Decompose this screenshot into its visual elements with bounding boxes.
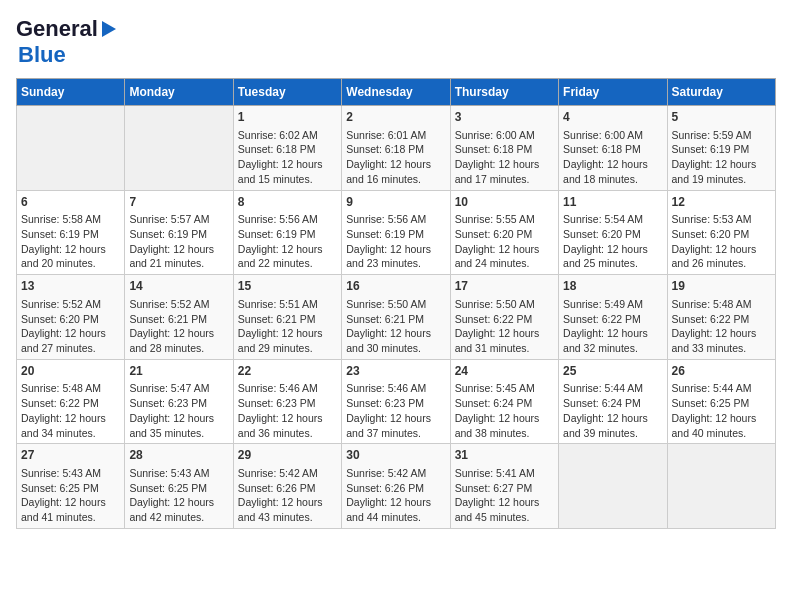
day-cell [17, 106, 125, 191]
day-cell [125, 106, 233, 191]
logo-arrow-icon [98, 19, 118, 39]
day-number: 8 [238, 194, 337, 211]
day-cell [667, 444, 775, 529]
sunrise-text: Sunrise: 5:52 AM [129, 298, 209, 310]
sunset-text: Sunset: 6:22 PM [563, 313, 641, 325]
daylight-text: Daylight: 12 hours and 23 minutes. [346, 243, 431, 270]
day-cell: 30Sunrise: 5:42 AMSunset: 6:26 PMDayligh… [342, 444, 450, 529]
sunset-text: Sunset: 6:24 PM [455, 397, 533, 409]
day-number: 10 [455, 194, 554, 211]
day-number: 4 [563, 109, 662, 126]
day-cell: 15Sunrise: 5:51 AMSunset: 6:21 PMDayligh… [233, 275, 341, 360]
sunrise-text: Sunrise: 5:43 AM [129, 467, 209, 479]
day-cell: 21Sunrise: 5:47 AMSunset: 6:23 PMDayligh… [125, 359, 233, 444]
sunset-text: Sunset: 6:21 PM [129, 313, 207, 325]
sunrise-text: Sunrise: 5:50 AM [455, 298, 535, 310]
daylight-text: Daylight: 12 hours and 31 minutes. [455, 327, 540, 354]
sunrise-text: Sunrise: 5:58 AM [21, 213, 101, 225]
sunset-text: Sunset: 6:26 PM [238, 482, 316, 494]
sunrise-text: Sunrise: 5:52 AM [21, 298, 101, 310]
day-number: 20 [21, 363, 120, 380]
sunrise-text: Sunrise: 5:48 AM [672, 298, 752, 310]
day-cell: 8Sunrise: 5:56 AMSunset: 6:19 PMDaylight… [233, 190, 341, 275]
sunset-text: Sunset: 6:18 PM [455, 143, 533, 155]
day-number: 28 [129, 447, 228, 464]
day-number: 30 [346, 447, 445, 464]
sunset-text: Sunset: 6:20 PM [672, 228, 750, 240]
day-number: 5 [672, 109, 771, 126]
logo-text-general: General [16, 16, 98, 42]
daylight-text: Daylight: 12 hours and 17 minutes. [455, 158, 540, 185]
sunset-text: Sunset: 6:23 PM [238, 397, 316, 409]
daylight-text: Daylight: 12 hours and 20 minutes. [21, 243, 106, 270]
sunset-text: Sunset: 6:23 PM [346, 397, 424, 409]
day-number: 31 [455, 447, 554, 464]
daylight-text: Daylight: 12 hours and 26 minutes. [672, 243, 757, 270]
day-number: 24 [455, 363, 554, 380]
calendar-header: SundayMondayTuesdayWednesdayThursdayFrid… [17, 79, 776, 106]
svg-marker-0 [102, 21, 116, 37]
week-row-3: 13Sunrise: 5:52 AMSunset: 6:20 PMDayligh… [17, 275, 776, 360]
header-cell-monday: Monday [125, 79, 233, 106]
header-row: SundayMondayTuesdayWednesdayThursdayFrid… [17, 79, 776, 106]
daylight-text: Daylight: 12 hours and 34 minutes. [21, 412, 106, 439]
sunset-text: Sunset: 6:18 PM [346, 143, 424, 155]
week-row-2: 6Sunrise: 5:58 AMSunset: 6:19 PMDaylight… [17, 190, 776, 275]
header-cell-thursday: Thursday [450, 79, 558, 106]
day-cell: 23Sunrise: 5:46 AMSunset: 6:23 PMDayligh… [342, 359, 450, 444]
day-number: 21 [129, 363, 228, 380]
sunset-text: Sunset: 6:19 PM [129, 228, 207, 240]
sunset-text: Sunset: 6:18 PM [238, 143, 316, 155]
sunrise-text: Sunrise: 6:00 AM [455, 129, 535, 141]
sunrise-text: Sunrise: 5:55 AM [455, 213, 535, 225]
sunrise-text: Sunrise: 5:44 AM [563, 382, 643, 394]
sunset-text: Sunset: 6:20 PM [455, 228, 533, 240]
daylight-text: Daylight: 12 hours and 21 minutes. [129, 243, 214, 270]
sunrise-text: Sunrise: 5:50 AM [346, 298, 426, 310]
day-cell: 27Sunrise: 5:43 AMSunset: 6:25 PMDayligh… [17, 444, 125, 529]
daylight-text: Daylight: 12 hours and 24 minutes. [455, 243, 540, 270]
day-cell: 16Sunrise: 5:50 AMSunset: 6:21 PMDayligh… [342, 275, 450, 360]
sunset-text: Sunset: 6:19 PM [346, 228, 424, 240]
sunrise-text: Sunrise: 5:45 AM [455, 382, 535, 394]
sunset-text: Sunset: 6:20 PM [563, 228, 641, 240]
logo: General Blue [16, 16, 118, 68]
daylight-text: Daylight: 12 hours and 45 minutes. [455, 496, 540, 523]
daylight-text: Daylight: 12 hours and 36 minutes. [238, 412, 323, 439]
header-cell-friday: Friday [559, 79, 667, 106]
sunrise-text: Sunrise: 6:02 AM [238, 129, 318, 141]
sunset-text: Sunset: 6:19 PM [238, 228, 316, 240]
sunrise-text: Sunrise: 5:41 AM [455, 467, 535, 479]
day-number: 11 [563, 194, 662, 211]
day-cell: 5Sunrise: 5:59 AMSunset: 6:19 PMDaylight… [667, 106, 775, 191]
daylight-text: Daylight: 12 hours and 16 minutes. [346, 158, 431, 185]
sunrise-text: Sunrise: 5:48 AM [21, 382, 101, 394]
day-cell: 24Sunrise: 5:45 AMSunset: 6:24 PMDayligh… [450, 359, 558, 444]
day-number: 26 [672, 363, 771, 380]
daylight-text: Daylight: 12 hours and 27 minutes. [21, 327, 106, 354]
day-number: 29 [238, 447, 337, 464]
day-cell: 1Sunrise: 6:02 AMSunset: 6:18 PMDaylight… [233, 106, 341, 191]
sunset-text: Sunset: 6:21 PM [238, 313, 316, 325]
daylight-text: Daylight: 12 hours and 30 minutes. [346, 327, 431, 354]
day-number: 9 [346, 194, 445, 211]
sunset-text: Sunset: 6:24 PM [563, 397, 641, 409]
day-cell: 13Sunrise: 5:52 AMSunset: 6:20 PMDayligh… [17, 275, 125, 360]
day-number: 1 [238, 109, 337, 126]
sunrise-text: Sunrise: 5:57 AM [129, 213, 209, 225]
day-number: 27 [21, 447, 120, 464]
day-cell: 12Sunrise: 5:53 AMSunset: 6:20 PMDayligh… [667, 190, 775, 275]
week-row-4: 20Sunrise: 5:48 AMSunset: 6:22 PMDayligh… [17, 359, 776, 444]
sunrise-text: Sunrise: 5:49 AM [563, 298, 643, 310]
sunset-text: Sunset: 6:25 PM [21, 482, 99, 494]
daylight-text: Daylight: 12 hours and 33 minutes. [672, 327, 757, 354]
day-number: 12 [672, 194, 771, 211]
day-cell: 19Sunrise: 5:48 AMSunset: 6:22 PMDayligh… [667, 275, 775, 360]
page-header: General Blue [16, 16, 776, 68]
day-cell: 31Sunrise: 5:41 AMSunset: 6:27 PMDayligh… [450, 444, 558, 529]
day-cell: 3Sunrise: 6:00 AMSunset: 6:18 PMDaylight… [450, 106, 558, 191]
sunrise-text: Sunrise: 5:44 AM [672, 382, 752, 394]
day-number: 14 [129, 278, 228, 295]
daylight-text: Daylight: 12 hours and 18 minutes. [563, 158, 648, 185]
day-cell: 22Sunrise: 5:46 AMSunset: 6:23 PMDayligh… [233, 359, 341, 444]
